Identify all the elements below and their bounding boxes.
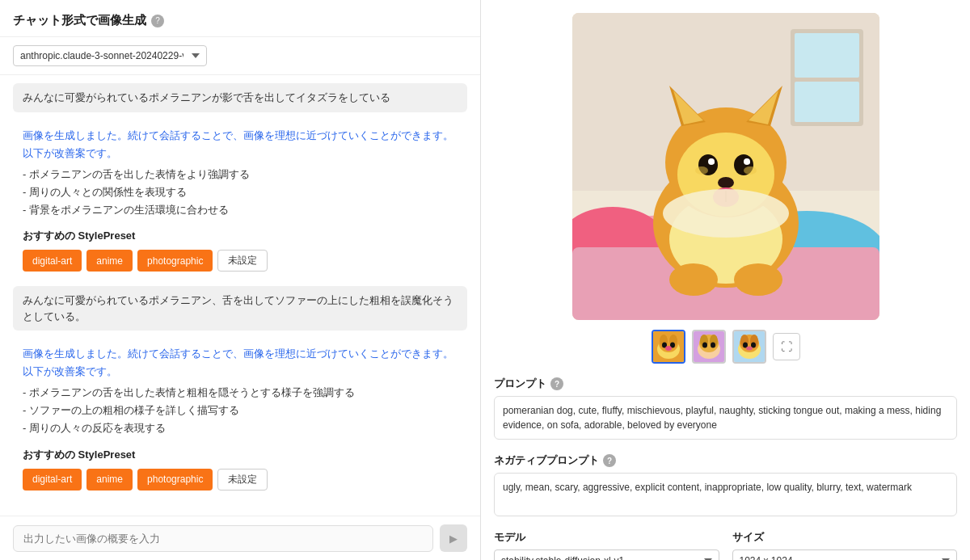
send-button[interactable]: ▶ [440,524,467,552]
preset-unset-1[interactable]: 未設定 [217,250,268,272]
title-help-icon[interactable]: ? [151,15,164,27]
preset-anime-1[interactable]: anime [86,250,133,272]
svg-point-22 [747,161,750,164]
image-preview-area [494,13,957,320]
svg-point-28 [695,166,708,175]
assistant-message-2: 画像を生成しました。続けて会話することで、画像を理想に近づけていくことができます… [13,337,467,499]
chat-input-row: ▶ [0,516,480,560]
style-preset-buttons-2: digital-art anime photographic 未設定 [23,469,458,491]
thumbnail-row: ⛶ [494,330,957,364]
svg-point-25 [669,263,718,296]
model-field-label: モデル [494,530,719,545]
model-select-row: anthropic.claude-3-sonnet-20240229-v1:0 [0,37,480,75]
bullet-2-2: - ソファーの上の粗相の様子を詳しく描写する [23,402,458,419]
svg-point-29 [744,166,757,175]
expand-button[interactable]: ⛶ [773,333,800,360]
svg-point-23 [718,177,734,188]
chat-block-1: みんなに可愛がられているポメラニアンが影で舌を出してイタズラをしている 画像を生… [13,83,467,280]
model-size-row: モデル stability.stable-diffusion-xl-v1 サイズ… [494,530,957,560]
generated-image [572,13,879,320]
send-icon: ▶ [449,533,458,545]
size-field-label: サイズ [732,530,958,545]
chat-messages: みんなに可愛がられているポメラニアンが影で舌を出してイタズラをしている 画像を生… [0,75,480,516]
prompt-label: プロンプト ? [494,377,957,391]
style-preset-label-2: おすすめの StylePreset [23,446,458,464]
right-panel: ⛶ プロンプト ? pomeranian dog, cute, fluffy, … [481,0,970,560]
bullet-1-2: - 周りの人々との関係性を表現する [23,183,458,201]
assistant-intro-1: 画像を生成しました。続けて会話することで、画像を理想に近づけていくことができます… [23,127,458,162]
negative-prompt-help-icon[interactable]: ? [603,454,616,467]
preset-photographic-2[interactable]: photographic [137,469,213,491]
bullet-2-3: - 周りの人々の反応を表現する [23,419,458,437]
bullet-1-1: - ポメラニアンの舌を出した表情をより強調する [23,166,458,183]
bullet-2-1: - ポメラニアンの舌を出した表情と粗相を隠そうとする様子を強調する [23,384,458,402]
svg-point-52 [746,347,753,351]
svg-point-26 [734,263,782,296]
left-panel: チャット形式で画像生成 ? anthropic.claude-3-sonnet-… [0,0,481,560]
size-field: サイズ 1024 x 1024 [732,530,958,560]
preset-digital-art-2[interactable]: digital-art [23,469,82,491]
prompt-textarea[interactable]: pomeranian dog, cute, fluffy, mischievou… [494,396,957,440]
svg-rect-4 [795,82,859,122]
style-preset-section-2: おすすめの StylePreset digital-art anime phot… [23,446,458,491]
svg-point-44 [711,343,715,348]
expand-icon: ⛶ [781,340,792,353]
prompt-help-icon[interactable]: ? [550,377,563,390]
thumbnail-1[interactable] [652,330,685,364]
svg-point-43 [702,343,707,348]
bullet-1-3: - 背景をポメラニアンの生活環境に合わせる [23,201,458,219]
assistant-message-1: 画像を生成しました。続けて会話することで、画像を理想に近づけていくことができます… [13,119,467,280]
user-message-1: みんなに可愛がられているポメラニアンが影で舌を出してイタズラをしている [13,83,467,112]
negative-prompt-section: ネガティブプロンプト ? ugly, mean, scary, aggressi… [494,453,957,519]
style-preset-buttons-1: digital-art anime photographic 未設定 [23,250,458,272]
preset-photographic-1[interactable]: photographic [137,250,213,272]
chat-block-2: みんなに可愛がられているポメラニアン、舌を出してソファーの上にした粗相を誤魔化そ… [13,286,467,499]
assistant-intro-2: 画像を生成しました。続けて会話することで、画像を理想に近づけていくことができます… [23,345,458,381]
model-field: モデル stability.stable-diffusion-xl-v1 [494,530,719,560]
svg-point-21 [711,161,715,164]
model-field-select[interactable]: stability.stable-diffusion-xl-v1 [494,549,719,560]
style-preset-section-1: おすすめの StylePreset digital-art anime phot… [23,227,458,272]
page-title: チャット形式で画像生成 [13,13,146,28]
model-select[interactable]: anthropic.claude-3-sonnet-20240229-v1:0 [13,45,207,66]
prompt-section: プロンプト ? pomeranian dog, cute, fluffy, mi… [494,377,957,442]
thumbnail-2[interactable] [692,330,726,364]
negative-prompt-textarea[interactable]: ugly, mean, scary, aggressive, explicit … [494,473,957,516]
svg-rect-3 [795,33,859,78]
user-message-2: みんなに可愛がられているポメラニアン、舌を出してソファーの上にした粗相を誤魔化そ… [13,286,467,331]
style-preset-label-1: おすすめの StylePreset [23,227,458,245]
negative-prompt-label: ネガティブプロンプト ? [494,453,957,468]
preset-anime-2[interactable]: anime [86,469,133,491]
svg-point-27 [663,189,789,238]
preset-unset-2[interactable]: 未設定 [217,469,268,491]
left-header: チャット形式で画像生成 ? [0,0,480,37]
chat-input[interactable] [13,525,433,552]
svg-point-37 [665,346,672,351]
thumbnail-3[interactable] [732,330,766,364]
size-field-select[interactable]: 1024 x 1024 [732,549,958,560]
preset-digital-art-1[interactable]: digital-art [23,250,82,272]
